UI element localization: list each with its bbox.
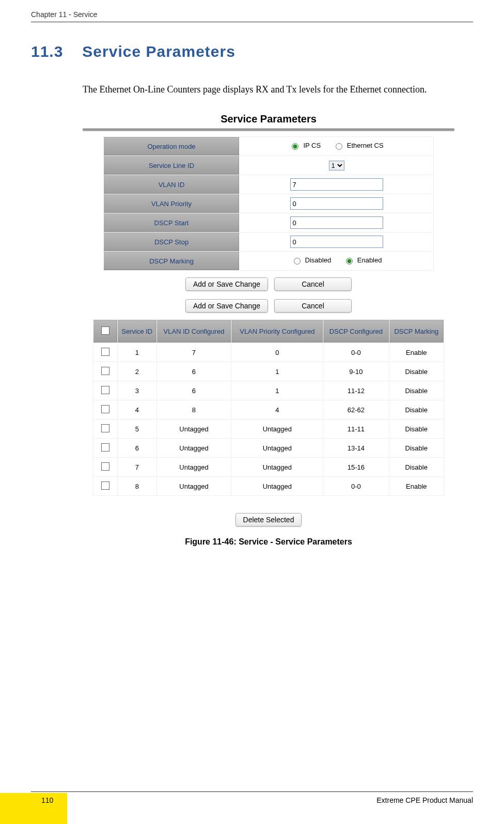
row-checkbox[interactable] [101,405,109,413]
radio-ip-cs-label: IP CS [303,142,321,149]
cell-vlan-id: 7 [156,343,231,362]
radio-ip-cs[interactable] [292,143,298,150]
cell-marking: Disable [389,458,444,477]
cell-marking: Enable [389,477,444,496]
col-vlan-pri: VLAN Priority Configured [231,320,323,343]
row-checkbox[interactable] [101,348,109,356]
cell-marking: Disable [389,439,444,458]
service-grid-table: Service ID VLAN ID Configured VLAN Prior… [93,319,444,496]
col-vlan-id: VLAN ID Configured [156,320,231,343]
cell-vlan-pri: Untagged [231,419,323,439]
col-dscp: DSCP Configured [323,320,389,343]
label-service-line-id: Service Line ID [104,156,240,175]
cell-marking: Disable [389,419,444,439]
input-dscp-start[interactable] [290,216,383,229]
cell-vlan-pri: Untagged [231,458,323,477]
cell-service-id: 8 [118,477,157,496]
section-title: Service Parameters [82,43,235,60]
cell-service-id: 5 [118,419,157,439]
select-all-checkbox[interactable] [101,327,109,335]
cell-service-id: 4 [118,400,157,419]
col-service-id: Service ID [118,320,157,343]
body-paragraph: The Ethernet On-Line Counters page displ… [83,81,473,98]
col-checkbox [93,320,118,343]
cell-vlan-id: 8 [156,400,231,419]
row-checkbox[interactable] [101,481,109,490]
cell-dscp: 0-0 [323,477,389,496]
input-vlan-priority[interactable] [290,197,383,210]
label-operation-mode: Operation mode [104,137,240,156]
delete-selected-button[interactable]: Delete Selected [235,513,302,526]
select-service-line-id[interactable]: 1 [329,161,344,170]
cell-dscp: 62-62 [323,400,389,419]
page-footer: 110 Extreme CPE Product Manual [31,791,473,804]
cell-dscp: 11-11 [323,419,389,439]
cell-service-id: 6 [118,439,157,458]
col-marking: DSCP Marking [389,320,444,343]
label-dscp-marking: DSCP Marking [104,252,240,271]
row-checkbox[interactable] [101,462,109,471]
row-checkbox[interactable] [101,386,109,394]
figure-caption: Figure 11-46: Service - Service Paramete… [83,537,454,547]
cell-service-id: 7 [118,458,157,477]
table-row: 1700-0Enable [93,343,444,362]
label-dscp-start: DSCP Start [104,213,240,232]
chapter-header: Chapter 11 - Service [31,10,473,22]
input-dscp-stop[interactable] [290,236,383,248]
cell-vlan-pri: Untagged [231,477,323,496]
label-dscp-stop: DSCP Stop [104,232,240,252]
radio-dscp-enabled-label: Enabled [357,256,382,264]
label-vlan-priority: VLAN Priority [104,194,240,213]
cancel-button[interactable]: Cancel [274,277,352,291]
table-row: 48462-62Disable [93,400,444,419]
cell-dscp: 0-0 [323,343,389,362]
cell-vlan-id: Untagged [156,439,231,458]
cell-service-id: 3 [118,381,157,400]
row-checkbox[interactable] [101,424,109,432]
radio-dscp-enabled[interactable] [346,258,353,265]
radio-ethernet-cs-label: Ethernet CS [347,142,384,149]
cell-dscp: 15-16 [323,458,389,477]
row-checkbox[interactable] [101,443,109,452]
add-or-save-button[interactable]: Add or Save Change [185,277,268,291]
add-or-save-button-2[interactable]: Add or Save Change [185,299,268,313]
radio-ethernet-cs[interactable] [336,143,342,150]
figure-screenshot: Service Parameters Operation mode IP CS … [83,113,454,547]
cell-marking: Disable [389,381,444,400]
cell-dscp: 9-10 [323,362,389,381]
manual-title: Extreme CPE Product Manual [376,796,473,804]
cell-marking: Disable [389,362,444,381]
cell-vlan-id: Untagged [156,458,231,477]
table-row: 2619-10Disable [93,362,444,381]
page-number: 110 [31,796,53,804]
cell-dscp: 13-14 [323,439,389,458]
section-number: 11.3 [31,43,77,60]
label-vlan-id: VLAN ID [104,175,240,194]
cell-service-id: 2 [118,362,157,381]
cell-vlan-id: 6 [156,362,231,381]
section-heading: 11.3 Service Parameters [31,43,473,60]
cell-vlan-pri: 0 [231,343,323,362]
cell-vlan-pri: 4 [231,400,323,419]
radio-dscp-disabled[interactable] [294,258,301,265]
cell-marking: Disable [389,400,444,419]
cell-vlan-pri: 1 [231,381,323,400]
cell-vlan-pri: 1 [231,362,323,381]
cell-service-id: 1 [118,343,157,362]
cancel-button-2[interactable]: Cancel [274,299,352,313]
cell-dscp: 11-12 [323,381,389,400]
cell-vlan-id: 6 [156,381,231,400]
cell-vlan-id: Untagged [156,419,231,439]
cell-marking: Enable [389,343,444,362]
radio-dscp-disabled-label: Disabled [305,256,332,264]
table-row: 5UntaggedUntagged11-11Disable [93,419,444,439]
table-row: 36111-12Disable [93,381,444,400]
cell-vlan-pri: Untagged [231,439,323,458]
service-form-table: Operation mode IP CS Ethernet CS Service… [103,136,434,271]
table-row: 8UntaggedUntagged0-0Enable [93,477,444,496]
row-checkbox[interactable] [101,367,109,375]
cell-vlan-id: Untagged [156,477,231,496]
table-row: 7UntaggedUntagged15-16Disable [93,458,444,477]
input-vlan-id[interactable] [290,178,383,191]
table-row: 6UntaggedUntagged13-14Disable [93,439,444,458]
